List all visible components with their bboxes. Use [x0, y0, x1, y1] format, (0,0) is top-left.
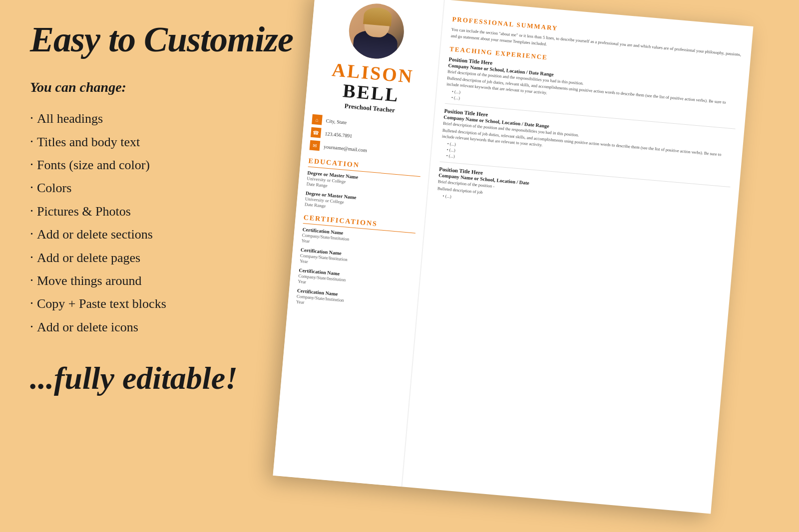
list-item: Pictures & Photos: [30, 202, 310, 220]
phone-icon: ☎: [311, 127, 322, 138]
list-item: Add or delete icons: [30, 318, 310, 336]
resume-right-column: PROFESSIONAL SUMMARY You can include the…: [402, 0, 754, 514]
list-item: Colors: [30, 179, 310, 197]
list-item: Copy + Paste text blocks: [30, 294, 310, 312]
subtitle: You can change:: [30, 79, 310, 95]
main-title: Easy to Customize: [30, 20, 310, 59]
photo-container: [318, 0, 435, 63]
list-item: Move things around: [30, 271, 310, 289]
feature-list: All headings Titles and body text Fonts …: [30, 109, 310, 336]
photo-hair: [363, 6, 393, 26]
location-icon: ⌂: [312, 114, 323, 125]
resume-paper: ALISON BELL Preschool Teacher ⌂ City, St…: [273, 0, 753, 514]
list-item: All headings: [30, 109, 310, 127]
resume-photo: [347, 1, 406, 61]
left-panel: Easy to Customize You can change: All he…: [30, 20, 310, 396]
list-item: Fonts (size and color): [30, 156, 310, 174]
list-item: Add or delete pages: [30, 249, 310, 266]
resume-mockup: ALISON BELL Preschool Teacher ⌂ City, St…: [271, 0, 799, 532]
email-icon: ✉: [310, 140, 321, 151]
list-item: Titles and body text: [30, 133, 310, 151]
bottom-tagline: ...fully editable!: [30, 361, 310, 396]
list-item: Add or delete sections: [30, 225, 310, 243]
